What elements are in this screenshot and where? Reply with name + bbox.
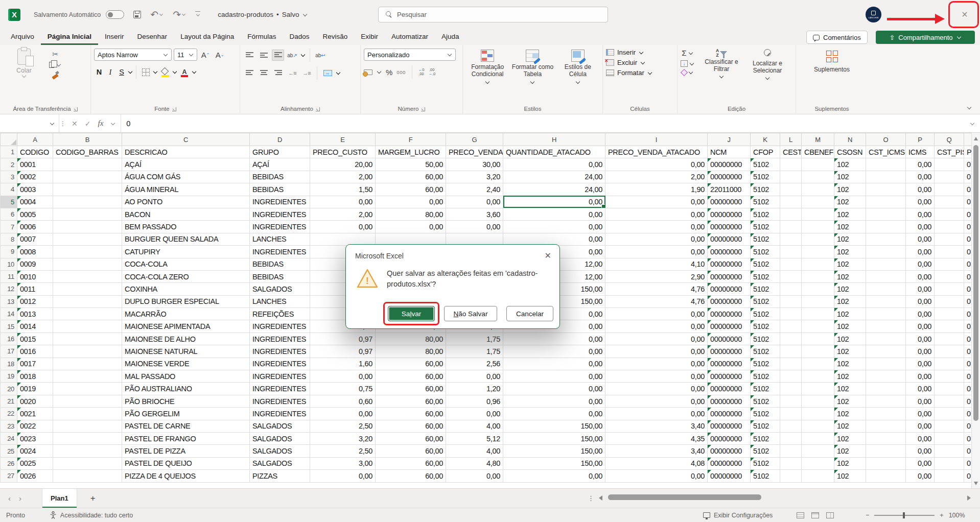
cell-B2[interactable] [53,158,122,171]
cell-Q5[interactable] [935,196,964,208]
align-left-button[interactable] [243,67,255,79]
cell-B25[interactable] [53,445,122,457]
cell-D8[interactable]: LANCHES [250,233,310,245]
cell-E26[interactable]: 3,00 [310,457,376,469]
cell-P11[interactable]: 0,00 [906,270,935,282]
cell-E4[interactable]: 1,50 [310,183,376,196]
cell-D14[interactable]: REFEIÇÕES [250,308,310,320]
cell-K4[interactable]: 5102 [751,183,780,196]
cell-K23[interactable]: 5102 [751,420,780,432]
cell-C2[interactable]: AÇAÍ [122,158,250,171]
orientation-button[interactable]: ab↗ [286,50,298,61]
wrap-text-button[interactable]: ab↩ [314,50,326,61]
cell-D23[interactable]: SALGADOS [250,420,310,432]
cell-D6[interactable]: INGREDIENTES [250,208,310,220]
cell-M21[interactable] [802,395,834,407]
cell-K2[interactable]: 5102 [751,158,780,171]
cell-K6[interactable]: 5102 [751,208,780,220]
cell-Q8[interactable] [935,233,964,245]
cell-Q9[interactable] [935,246,964,258]
cell-F17[interactable]: 80,00 [376,345,446,358]
column-header-J[interactable]: J [708,133,751,146]
cell-L10[interactable] [780,258,802,270]
increase-decimal-button[interactable]: ←0,00 [418,68,425,77]
cell-K20[interactable]: 5102 [751,383,780,395]
cell-I24[interactable]: 4,35 [605,432,708,444]
horizontal-scroll-thumb[interactable] [608,494,761,500]
cell-L2[interactable] [780,158,802,171]
cell-N1[interactable]: CSOSN [834,146,866,158]
cell-O3[interactable] [866,171,906,183]
vertical-scrollbar[interactable] [971,133,980,488]
cell-N22[interactable]: 102 [834,408,866,420]
cell-I22[interactable]: 0,00 [605,408,708,420]
cell-Q26[interactable] [935,457,964,469]
redo-button[interactable]: ↷ [173,9,186,20]
cell-Q20[interactable] [935,383,964,395]
cell-M25[interactable] [802,445,834,457]
cell-L20[interactable] [780,383,802,395]
cell-G1[interactable]: PRECO_VENDA [446,146,503,158]
cell-D17[interactable]: INGREDIENTES [250,345,310,358]
tab-desenhar[interactable]: Desenhar [131,29,174,45]
cell-C15[interactable]: MAIONESE APIMENTADA [122,320,250,333]
zoom-out-button[interactable]: − [866,512,869,519]
cell-M18[interactable] [802,358,834,370]
dialog-launcher-icon[interactable] [74,107,78,111]
cell-L9[interactable] [780,246,802,258]
cell-B20[interactable] [53,383,122,395]
delete-cells-button[interactable]: Excluir [606,59,674,66]
zoom-in-button[interactable]: + [940,512,943,519]
percent-style-button[interactable]: % [386,68,392,77]
cell-L22[interactable] [780,408,802,420]
cell-C19[interactable]: MAL PASSADO [122,370,250,383]
cell-K22[interactable]: 5102 [751,408,780,420]
cell-K27[interactable]: 5102 [751,470,780,482]
cell-H22[interactable]: 0,00 [503,408,605,420]
column-header-P[interactable]: P [906,133,935,146]
cell-E24[interactable]: 3,20 [310,432,376,444]
cell-M5[interactable] [802,196,834,208]
cell-Q14[interactable] [935,308,964,320]
cell-E6[interactable]: 2,00 [310,208,376,220]
cell-P24[interactable]: 0,00 [906,432,935,444]
format-painter-button[interactable] [49,72,61,78]
cell-G17[interactable]: 1,75 [446,345,503,358]
cell-J27[interactable]: 00000000 [708,470,751,482]
align-top-button[interactable] [243,50,255,61]
cell-F5[interactable]: 0,00 [376,196,446,208]
comments-button[interactable]: Comentários [806,31,868,44]
cell-O9[interactable] [866,246,906,258]
cell-I21[interactable]: 0,00 [605,395,708,407]
cell-C17[interactable]: MAIONESE NATURAL [122,345,250,358]
cell-J19[interactable]: 00000000 [708,370,751,383]
row-header-11[interactable]: 11 [1,270,17,282]
cell-E5[interactable]: 0,00 [310,196,376,208]
cell-M8[interactable] [802,233,834,245]
cell-B21[interactable] [53,395,122,407]
tab-ajuda[interactable]: Ajuda [435,29,466,45]
cell-I20[interactable]: 0,00 [605,383,708,395]
accounting-chevron[interactable] [377,69,381,74]
cell-B4[interactable] [53,183,122,196]
cancel-button[interactable]: Cancelar [506,306,553,321]
cell-H7[interactable]: 0,00 [503,221,605,233]
cell-F20[interactable]: 60,00 [376,383,446,395]
sort-filter-button[interactable]: AZ Classificar e Filtrar [699,49,743,79]
cell-H19[interactable]: 0,00 [503,370,605,383]
tab-página-inicial[interactable]: Página Inicial [41,29,98,45]
font-color-chevron[interactable] [192,69,196,74]
cell-M3[interactable] [802,171,834,183]
cell-L26[interactable] [780,457,802,469]
cell-C7[interactable]: BEM PASSADO [122,221,250,233]
row-header-8[interactable]: 8 [1,233,17,245]
horizontal-scrollbar[interactable] [599,493,971,504]
cell-K15[interactable]: 5102 [751,320,780,333]
cell-P19[interactable]: 0,00 [906,370,935,383]
cell-O8[interactable] [866,233,906,245]
cell-F23[interactable]: 60,00 [376,420,446,432]
cell-A17[interactable]: 0016 [17,345,53,358]
cell-F2[interactable]: 50,00 [376,158,446,171]
cell-B17[interactable] [53,345,122,358]
cell-O13[interactable] [866,295,906,307]
